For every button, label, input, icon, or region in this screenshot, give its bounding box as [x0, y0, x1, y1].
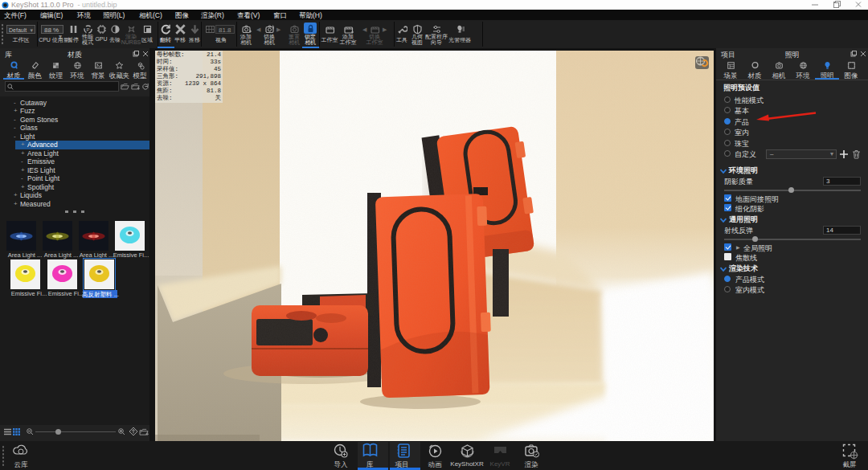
- svg-text:P: P: [86, 27, 89, 32]
